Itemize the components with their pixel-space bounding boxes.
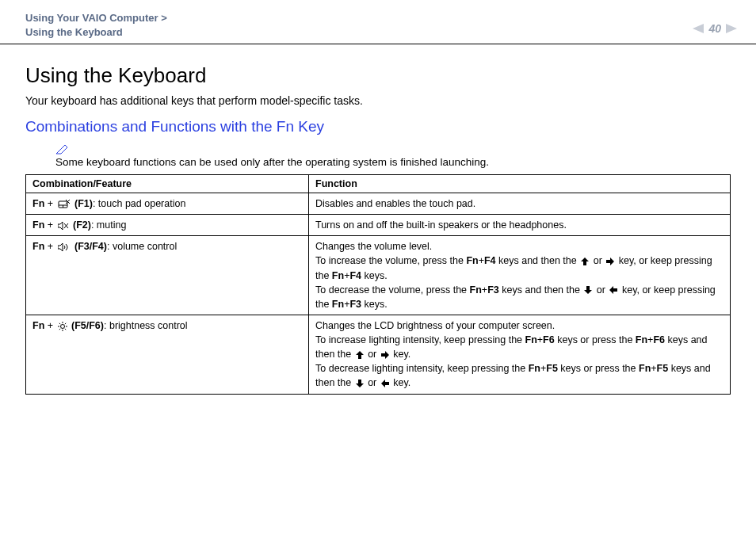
plus-label: + <box>44 320 55 331</box>
arrow-right-icon <box>606 257 614 265</box>
svg-line-22 <box>59 328 59 329</box>
arrow-down-icon <box>356 380 364 387</box>
page-title: Using the Keyboard <box>25 63 731 88</box>
arrow-up-icon <box>581 257 589 265</box>
func-line: Changes the volume level. <box>315 241 432 252</box>
arrow-up-icon <box>356 351 364 359</box>
t: key. <box>391 349 410 360</box>
table-row: Fn + (F3/F4): volume control Changes the… <box>26 236 731 315</box>
svg-marker-11 <box>581 257 589 265</box>
combo-desc: : touch pad operation <box>93 198 185 209</box>
t: To decrease lighting intensity, keep pre… <box>315 363 529 374</box>
svg-point-15 <box>60 324 64 328</box>
combo-desc: : muting <box>91 219 126 231</box>
t: keys and then the <box>499 284 583 296</box>
key-label: (F3/F4) <box>72 241 107 252</box>
t: keys or press the <box>555 334 636 345</box>
breadcrumb-line-1: Using Your VAIO Computer > <box>25 11 167 25</box>
page-content: Using the Keyboard Your keyboard has add… <box>0 44 756 395</box>
fn-label: Fn <box>32 320 44 331</box>
t: F3 <box>487 284 499 296</box>
t: + <box>651 363 656 374</box>
t: F6 <box>543 334 555 345</box>
t: + <box>479 255 484 266</box>
section-title: Combinations and Functions with the Fn K… <box>25 118 731 135</box>
svg-marker-25 <box>381 351 389 359</box>
svg-marker-0 <box>693 24 704 33</box>
t: Fn <box>332 270 344 281</box>
combo-cell: Fn + (F2): muting <box>26 215 309 236</box>
combo-desc: : volume control <box>107 241 177 252</box>
breadcrumb: Using Your VAIO Computer > Using the Key… <box>25 11 167 39</box>
volume-icon <box>58 243 71 251</box>
function-cell: Changes the LCD brightness of your compu… <box>309 315 731 394</box>
fn-label: Fn <box>32 241 44 252</box>
t: Fn <box>636 334 647 345</box>
table-header-function: Function <box>309 175 731 193</box>
function-cell: Disables and enables the touch pad. <box>309 193 731 215</box>
plus-label: + <box>44 241 55 252</box>
svg-marker-1 <box>726 24 737 33</box>
key-label: (F5/F6) <box>69 320 104 331</box>
svg-marker-14 <box>609 286 617 294</box>
table-row: Fn + (F5/F6): brightness control Changes… <box>26 315 731 394</box>
pencil-icon <box>55 145 731 156</box>
function-cell: Changes the volume level. To increase th… <box>309 236 731 315</box>
svg-line-21 <box>64 328 65 329</box>
t: keys. <box>361 270 388 281</box>
t: keys and then the <box>496 255 580 266</box>
note-text: Some keyboard functions can be used only… <box>55 156 731 168</box>
svg-marker-26 <box>356 380 364 387</box>
t: Fn <box>470 284 482 296</box>
key-label: (F1) <box>72 198 93 209</box>
fn-label: Fn <box>32 198 44 209</box>
function-cell: Turns on and off the built-in speakers o… <box>309 215 731 236</box>
arrow-left-icon <box>381 380 389 387</box>
t: To decrease the volume, press the <box>315 284 470 296</box>
next-page-icon[interactable] <box>726 24 737 33</box>
fn-key-table: Combination/Feature Function Fn + (F1): … <box>25 174 731 395</box>
fn-label: Fn <box>32 219 44 231</box>
t: To increase the volume, press the <box>315 255 466 266</box>
combo-cell: Fn + (F1): touch pad operation <box>26 193 309 215</box>
t: F4 <box>484 255 496 266</box>
note-block: Some keyboard functions can be used only… <box>55 145 731 168</box>
arrow-down-icon <box>584 286 592 294</box>
t: or <box>590 255 605 266</box>
key-label: (F2) <box>71 219 91 231</box>
intro-text: Your keyboard has additional keys that p… <box>25 94 731 107</box>
page-header: Using Your VAIO Computer > Using the Key… <box>0 0 756 44</box>
combo-cell: Fn + (F5/F6): brightness control <box>26 315 309 394</box>
breadcrumb-line-2: Using the Keyboard <box>25 25 167 40</box>
arrow-right-icon <box>381 351 389 359</box>
svg-marker-24 <box>356 351 364 359</box>
arrow-left-icon <box>609 286 617 294</box>
t: key. <box>391 377 410 388</box>
brightness-icon <box>58 322 67 331</box>
pager: 40 <box>693 22 737 35</box>
t: Fn <box>332 299 344 310</box>
t: keys or press the <box>558 363 639 374</box>
combo-desc: : brightness control <box>104 320 188 331</box>
touchpad-icon <box>58 199 71 210</box>
t: F3 <box>349 299 361 310</box>
svg-marker-13 <box>584 286 592 294</box>
t: To increase lighting intensity, keep pre… <box>315 334 525 345</box>
combo-cell: Fn + (F3/F4): volume control <box>26 236 309 315</box>
t: Fn <box>525 334 537 345</box>
svg-line-23 <box>64 322 65 323</box>
t: F4 <box>349 270 361 281</box>
t: or <box>594 284 608 296</box>
svg-marker-27 <box>381 380 389 387</box>
func-line: Changes the LCD brightness of your compu… <box>315 320 555 331</box>
mute-icon <box>58 222 69 230</box>
t: F5 <box>546 363 558 374</box>
t: or <box>365 349 380 360</box>
prev-page-icon[interactable] <box>693 24 704 33</box>
svg-marker-7 <box>58 222 63 230</box>
t: Fn <box>466 255 478 266</box>
t: Fn <box>529 363 540 374</box>
table-row: Fn + (F1): touch pad operation Disables … <box>26 193 731 215</box>
t: F6 <box>653 334 665 345</box>
t: F5 <box>657 363 669 374</box>
